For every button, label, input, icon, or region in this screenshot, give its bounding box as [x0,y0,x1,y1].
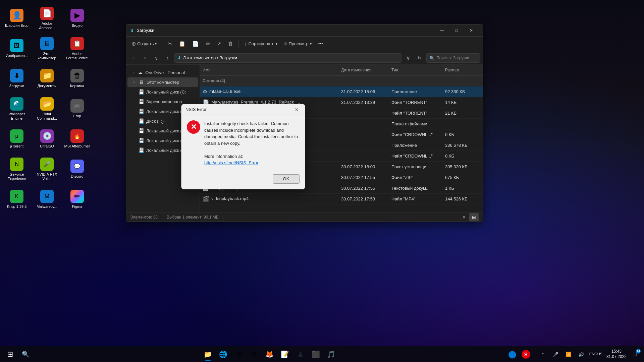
mp4-icon: 🎬 [203,196,209,202]
col-type[interactable]: Тип [389,65,442,75]
table-row[interactable]: 🎬videoplayback.mp4 30.07.2022 17:53 Файл… [200,193,483,204]
sidebar-item-drive-c[interactable]: 💾 Локальный диск (C: [127,87,198,97]
search-button[interactable]: 🔍 [18,347,33,362]
more-button[interactable]: ••• [316,39,326,49]
taskbar-app-terminal[interactable]: ⬛ [309,347,323,362]
dialog-main-text: Installer integrity check has failed. Co… [204,121,298,146]
col-size[interactable]: Размер [442,65,483,75]
desktop-icon-documents[interactable]: 📁 Документы [32,64,62,94]
dialog-link[interactable]: http://nsis.sf.net/NSIS_Error [204,160,258,165]
dialog-close-button[interactable]: ✕ [293,106,301,114]
minimize-button[interactable]: — [434,25,449,36]
taskbar-app-store[interactable]: 🛍 [231,347,246,362]
desktop-icon-msi[interactable]: 🔥 MSI Afterburner [62,124,92,154]
nav-up-button[interactable]: ↑ [163,53,172,63]
systray-volume-button[interactable]: 🔊 [575,348,587,360]
clock-time: 15:43 [606,349,627,354]
cut-button[interactable]: ✂ [165,39,175,49]
desktop-icon-wallpaper-engine[interactable]: 🌊 Wallpaper Engine [2,94,32,124]
taskbar-clock[interactable]: 15:43 31.07.2022 [604,348,629,360]
address-dropdown-button[interactable]: ∨ [404,53,413,63]
file-size: 336 678 КБ [442,140,483,150]
desktop-icon-krisp[interactable]: K Krisp 1.39.5 [2,184,32,215]
drive-e-icon: 💾 [138,109,144,114]
copy-button[interactable]: 📋 [176,39,188,49]
file-size: 14 КБ [442,97,483,108]
share-icon: ↗ [217,41,221,47]
explorer-titlebar: ⬇ Загрузки — □ ✕ [126,24,483,37]
sidebar-item-computer[interactable]: ∨ 🖥 Этот компьютер [127,77,198,87]
ok-button[interactable]: OK [273,174,300,184]
paste-button[interactable]: 📄 [190,39,202,49]
desktop-icon-figma[interactable]: ✏ Figma [62,184,92,215]
search-box[interactable]: 🔍 Поиск в: Загрузки [426,53,480,63]
sidebar-item-onedrive[interactable]: › ☁ OneDrive - Personal [127,68,198,77]
delete-icon: 🗑 [228,41,233,47]
desktop-icon-recycle[interactable]: 🗑 Корзина [62,64,92,94]
clock-date: 31.07.2022 [606,354,627,360]
computer-label: Этот компьютер [34,52,60,60]
taskbar-notepad-icon: 📝 [281,350,289,358]
desktop-icon-shaoshin[interactable]: 👤 Шаошин Егор [2,3,32,34]
nav-back-button[interactable]: ‹ [129,53,138,63]
systray-edge-icon[interactable]: ⬤ [506,348,519,360]
systray-network-button[interactable]: 📶 [562,348,575,360]
systray-language[interactable]: ENG US [588,348,604,360]
file-type: Файл "ZIP" [389,172,442,183]
desktop-icon-video[interactable]: ▶ Видео [62,3,92,34]
address-refresh-button[interactable]: ↻ [415,53,424,63]
dialog-footer: OK [181,172,305,189]
close-button[interactable]: ✕ [464,25,479,36]
file-size: 675 КБ [442,172,483,183]
sort-button[interactable]: ↕ Сортировать ▾ [241,39,280,49]
start-button[interactable]: ⊞ [3,347,17,362]
taskbar-app-music[interactable]: 🎵 [324,347,339,362]
delete-button[interactable]: 🗑 [225,39,236,49]
desktop-icon-discord[interactable]: 💬 Discord [62,154,92,184]
desktop-icon-images[interactable]: 🖼 Изображен... [2,34,32,64]
create-button[interactable]: ⊕ Создать ▾ [129,39,159,49]
rename-button[interactable]: ✏ [203,39,213,49]
systray-mic-button[interactable]: 🎤 [550,348,562,360]
krisp-icon: K [10,190,23,203]
desktop-icon-adobe-acrobat[interactable]: 📄 Adobe Acrobat... [32,3,62,34]
desktop-icon-nvidia-rtx[interactable]: 🎤 NVIDIA RTX Voice [32,154,62,184]
taskbar-app-notepad[interactable]: 📝 [278,347,292,362]
taskbar-app-edge[interactable]: 🌐 [216,347,231,362]
onedrive-label: OneDrive - Personal [145,70,185,75]
taskbar-app-explorer[interactable]: 📁 [201,347,215,362]
col-name[interactable]: Имя [200,65,338,75]
view-button[interactable]: ≡ Просмотр ▾ [281,39,314,49]
status-selected: Выбран 1 элемент: 90,1 МБ [167,215,219,220]
nav-recent-button[interactable]: ∨ [152,53,161,63]
desktop-icon-utorrent[interactable]: μ µTorrent [2,124,32,154]
desktop-icon-computer[interactable]: 🖥 Этот компьютер [32,34,62,64]
wifi-icon: 📶 [566,352,571,357]
desktop-icon-adobe-forms[interactable]: 📋 Adobe FormsCentral [62,34,92,64]
taskbar-app-steam[interactable]: ♟ [293,347,308,362]
desktop-icon-total-commander[interactable]: 📂 Total Command... [32,94,62,124]
taskbar-app-firefox[interactable]: 🦊 [262,347,277,362]
desktop: 👤 Шаошин Егор 📄 Adobe Acrobat... ▶ Видео… [0,0,644,362]
detail-view-button[interactable]: ⊞ [469,213,479,221]
list-view-button[interactable]: ≡ [459,213,469,221]
rename-icon: ✏ [206,41,210,47]
section-today-label: Сегодня (4) [200,75,483,86]
desktop-icon-malwarebytes[interactable]: M Malwareby... [32,184,62,215]
maximize-button[interactable]: □ [449,25,464,36]
systray-yandex-icon[interactable]: Я [520,348,532,360]
notification-button[interactable]: □ 14 [629,348,641,360]
file-size: 0 КБ [442,129,483,140]
images-label: Изображен... [6,54,28,58]
address-bar[interactable]: ⬇ Этот компьютер › Загрузки [174,53,401,63]
table-row[interactable]: ⚙mtasa-1.5.9.exe 31.07.2022 15:06 Прилож… [200,86,483,97]
desktop-icon-geforce[interactable]: N GeForce Experience [2,154,32,184]
taskbar-app-settings[interactable]: ⚙ [247,347,262,362]
desktop-icon-erop[interactable]: 🎮 Еrop [62,94,92,124]
col-date[interactable]: Дата изменения [338,65,389,75]
nav-forward-button[interactable]: › [140,53,150,63]
desktop-icon-ultraiso[interactable]: 💿 UltraISO [32,124,62,154]
desktop-icon-downloads[interactable]: ⬇ Загрузки [2,64,32,94]
share-button[interactable]: ↗ [214,39,224,49]
systray-chevron-button[interactable]: ^ [537,348,549,360]
